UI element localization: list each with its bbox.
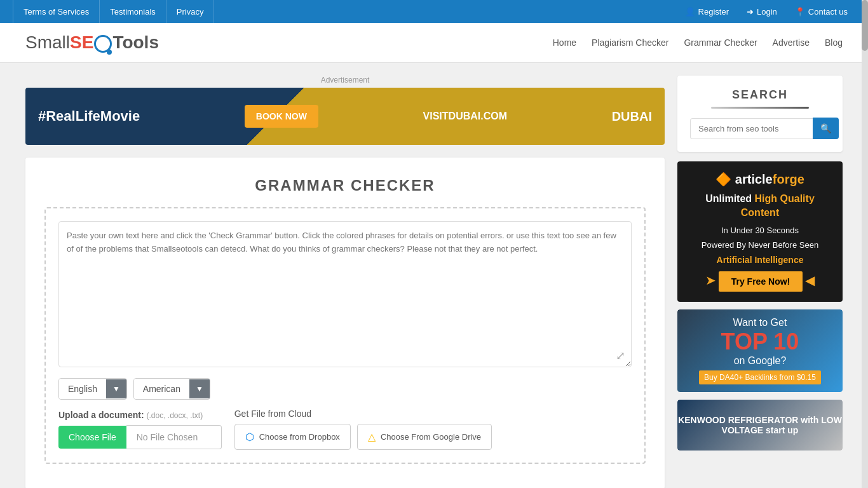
variant-arrow[interactable]: ▼ — [189, 379, 210, 398]
search-icon: 🔍 — [820, 123, 831, 133]
resize-icon: ⤢ — [616, 349, 625, 363]
nav-blog[interactable]: Blog — [825, 37, 843, 48]
gdrive-icon: △ — [368, 431, 376, 443]
variant-label: American — [134, 379, 189, 399]
af-btn-wrapper: ➤ Try Free Now! ◀ — [688, 271, 832, 292]
kenwood-text: KENWOOD REFRIGERATOR with LOW VOLTAGE st… — [677, 415, 843, 435]
sidebar: SEARCH 🔍 🔶 articleforge Unlimited High Q… — [677, 76, 843, 488]
af-left-arrow: ➤ — [705, 273, 716, 287]
upload-section: Upload a document: (.doc, .docx, .txt) C… — [58, 410, 222, 449]
gdrive-button[interactable]: △ Choose From Google Drive — [357, 424, 492, 450]
textarea-wrapper: ⤢ — [58, 221, 632, 369]
kenwood-ad: KENWOOD REFRIGERATOR with LOW VOLTAGE st… — [677, 400, 843, 451]
cloud-label: Get File from Cloud — [234, 409, 492, 419]
contact-link[interactable]: 📍 Contact us — [787, 0, 855, 23]
content-area: Advertisement #RealLifeMovie BOOK NOW VI… — [25, 76, 665, 488]
logo[interactable]: SmallSETools — [25, 32, 159, 53]
af-headline: Unlimited High Quality Content — [688, 192, 832, 220]
upload-formats: (.doc, .docx, .txt) — [146, 411, 203, 420]
logo-seo: SE — [70, 32, 93, 52]
register-link[interactable]: 👤 Register — [677, 0, 736, 23]
nav-grammar[interactable]: Grammar Checker — [684, 37, 757, 48]
scrollbar[interactable] — [862, 0, 868, 488]
af-logo: 🔶 articleforge — [688, 172, 832, 187]
language-label: English — [59, 379, 106, 399]
dropbox-icon: ⬡ — [245, 431, 254, 443]
backlinks-ad-content: Want to Get TOP 10 on Google? Buy DA40+ … — [677, 309, 843, 392]
search-input[interactable] — [690, 118, 813, 139]
scrollbar-thumb[interactable] — [862, 0, 868, 51]
backlinks-text: Want to Get TOP 10 on Google? Buy DA40+ … — [699, 317, 821, 384]
main-wrapper: Advertisement #RealLifeMovie BOOK NOW VI… — [0, 63, 868, 488]
cloud-section: Get File from Cloud ⬡ Choose from Dropbo… — [234, 409, 492, 450]
header: SmallSETools Home Plagiarism Checker Gra… — [0, 23, 868, 63]
articleforge-ad: 🔶 articleforge Unlimited High Quality Co… — [677, 161, 843, 302]
ad-banner-text: #RealLifeMovie — [38, 108, 140, 125]
bl-line1: Want to Get — [699, 317, 821, 329]
top-bar: Terms of Services Testimonials Privacy 👤… — [0, 0, 868, 23]
kenwood-ad-content: KENWOOD REFRIGERATOR with LOW VOLTAGE st… — [677, 400, 843, 451]
location-icon: 📍 — [795, 7, 805, 17]
terms-link[interactable]: Terms of Services — [13, 0, 100, 23]
language-select-wrapper[interactable]: English ▼ — [58, 378, 127, 400]
main-nav: Home Plagiarism Checker Grammar Checker … — [553, 37, 843, 48]
ad-banner: #RealLifeMovie BOOK NOW VISITDUBAI.COM D… — [25, 88, 665, 145]
variant-select-wrapper[interactable]: American ▼ — [133, 378, 210, 400]
bl-line4: Buy DA40+ Backlinks from $0.15 — [699, 370, 821, 384]
user-icon: 👤 — [685, 7, 695, 17]
af-sub1: In Under 30 Seconds — [688, 226, 832, 235]
logo-small: Small — [25, 32, 70, 52]
upload-row: Upload a document: (.doc, .docx, .txt) C… — [58, 409, 632, 450]
grammar-textarea[interactable] — [58, 221, 632, 367]
nav-advertise[interactable]: Advertise — [773, 37, 810, 48]
af-ai: Artificial Intelligence — [688, 255, 832, 265]
top-bar-right-links: 👤 Register ➜ Login 📍 Contact us — [677, 0, 855, 23]
no-file-chosen: No File Chosen — [126, 425, 222, 449]
articleforge-ad-content: 🔶 articleforge Unlimited High Quality Co… — [677, 161, 843, 302]
upload-controls: Choose File No File Chosen — [58, 425, 222, 449]
search-button[interactable]: 🔍 — [813, 118, 839, 139]
nav-plagiarism[interactable]: Plagiarism Checker — [592, 37, 668, 48]
search-divider — [711, 107, 809, 109]
dashed-box: ⤢ English ▼ American ▼ — [44, 207, 646, 464]
testimonials-link[interactable]: Testimonials — [100, 0, 166, 23]
cloud-buttons: ⬡ Choose from Dropbox △ Choose From Goog… — [234, 424, 492, 450]
dropbox-button[interactable]: ⬡ Choose from Dropbox — [234, 424, 351, 450]
search-row: 🔍 — [690, 118, 830, 139]
language-arrow[interactable]: ▼ — [106, 379, 126, 398]
af-try-button[interactable]: Try Free Now! — [719, 271, 803, 292]
ad-book-button[interactable]: BOOK NOW — [245, 105, 318, 128]
search-box-container: SEARCH 🔍 — [677, 76, 843, 152]
login-icon: ➜ — [747, 7, 754, 17]
search-title: SEARCH — [690, 88, 830, 102]
privacy-link[interactable]: Privacy — [166, 0, 215, 23]
ad-location: DUBAI — [612, 109, 652, 124]
af-highlight: High Quality Content — [741, 193, 815, 218]
af-right-arrow: ◀ — [805, 273, 815, 287]
login-link[interactable]: ➜ Login — [739, 0, 785, 23]
logo-circle — [94, 35, 112, 53]
upload-label: Upload a document: (.doc, .docx, .txt) — [58, 410, 222, 420]
ad-visitdubai: VISITDUBAI.COM — [423, 111, 507, 122]
bl-line2: TOP 10 — [699, 329, 821, 355]
backlinks-ad: Want to Get TOP 10 on Google? Buy DA40+ … — [677, 309, 843, 392]
bl-line3: on Google? — [699, 355, 821, 367]
logo-tools: Tools — [112, 32, 159, 52]
af-sub2: Powered By Never Before Seen — [688, 240, 832, 250]
language-row: English ▼ American ▼ — [58, 378, 632, 400]
choose-file-button[interactable]: Choose File — [58, 426, 126, 449]
tool-title: GRAMMAR CHECKER — [44, 177, 646, 194]
tool-card: GRAMMAR CHECKER ⤢ English ▼ American ▼ — [25, 158, 665, 488]
top-bar-left-links: Terms of Services Testimonials Privacy — [13, 0, 214, 23]
ad-label: Advertisement — [25, 76, 665, 85]
nav-home[interactable]: Home — [553, 37, 576, 48]
